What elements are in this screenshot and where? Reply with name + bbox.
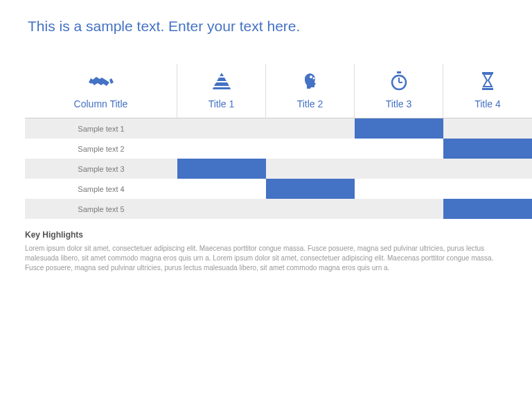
cell-filled [266, 179, 355, 199]
cell-filled [443, 199, 532, 219]
cell [266, 199, 355, 219]
header-label-3: Title 3 [386, 98, 412, 109]
key-highlights: Key Highlights Lorem ipsum dolor sit ame… [25, 230, 507, 273]
svg-point-1 [312, 78, 314, 80]
cell-filled [355, 118, 443, 139]
cell [443, 179, 532, 199]
table-header-row: Column Title Title 1 Title 2 Title 3 Tit… [25, 64, 532, 118]
key-highlights-body[interactable]: Lorem ipsum dolor sit amet, consectetuer… [25, 244, 507, 273]
table-row: Sample text 2 [25, 139, 532, 159]
svg-rect-7 [482, 88, 493, 90]
cell-filled [177, 159, 266, 179]
cell [443, 159, 532, 179]
cell [355, 159, 443, 179]
cell [355, 179, 443, 199]
row-label: Sample text 5 [25, 199, 177, 219]
header-label-0: Column Title [74, 98, 128, 109]
table-row: Sample text 1 [25, 118, 532, 139]
cell [177, 199, 266, 219]
row-label: Sample text 3 [25, 159, 177, 179]
pyramid-icon [212, 71, 231, 91]
row-label: Sample text 1 [25, 118, 177, 139]
header-cell-2: Title 2 [266, 64, 355, 118]
handshake-icon [89, 71, 114, 91]
row-label: Sample text 2 [25, 139, 177, 159]
cell [443, 118, 532, 139]
header-cell-1: Title 1 [177, 64, 266, 118]
table-row: Sample text 3 [25, 159, 532, 179]
comparison-table: Column Title Title 1 Title 2 Title 3 Tit… [25, 64, 532, 219]
svg-rect-2 [397, 71, 401, 73]
row-label: Sample text 4 [25, 179, 177, 199]
header-label-1: Title 1 [209, 98, 235, 109]
cell [266, 139, 355, 159]
cell [177, 118, 266, 139]
head-icon [301, 71, 319, 91]
header-cell-4: Title 4 [443, 64, 532, 118]
cell-filled [443, 139, 532, 159]
key-highlights-title: Key Highlights [25, 230, 507, 240]
header-label-4: Title 4 [475, 98, 501, 109]
cell [266, 159, 355, 179]
table-row: Sample text 5 [25, 199, 532, 219]
header-cell-3: Title 3 [355, 64, 443, 118]
slide-title[interactable]: This is a sample text. Enter your text h… [0, 0, 532, 35]
hourglass-icon [481, 71, 495, 91]
stopwatch-icon [390, 71, 408, 91]
header-label-2: Title 2 [297, 98, 323, 109]
cell [177, 179, 266, 199]
svg-point-0 [310, 76, 312, 78]
table-row: Sample text 4 [25, 179, 532, 199]
cell [355, 139, 443, 159]
header-cell-0: Column Title [25, 64, 177, 118]
cell [266, 118, 355, 139]
cell [355, 199, 443, 219]
cell [177, 139, 266, 159]
